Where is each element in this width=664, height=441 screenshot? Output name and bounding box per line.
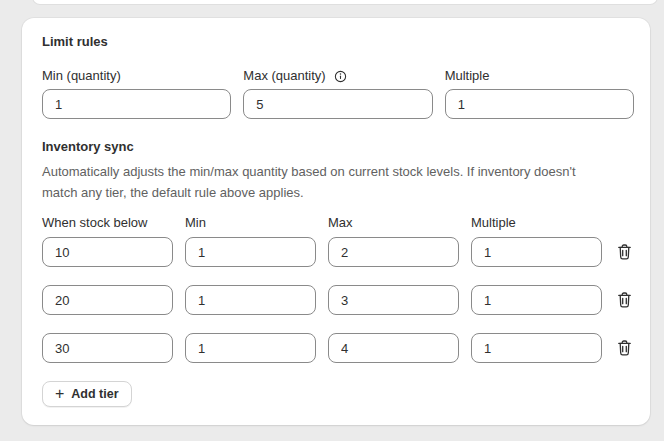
- min-quantity-input[interactable]: [42, 89, 231, 119]
- multiple-input[interactable]: [445, 89, 634, 119]
- column-header-min: Min: [185, 215, 316, 231]
- min-quantity-label: Min (quantity): [42, 68, 231, 84]
- tier-2-stock-below-input[interactable]: [42, 285, 173, 315]
- description-line-1: Automatically adjusts the min/max quanti…: [42, 161, 634, 182]
- tier-3-multiple-input[interactable]: [471, 333, 602, 363]
- max-quantity-input[interactable]: [243, 89, 432, 119]
- trash-icon: [617, 292, 632, 308]
- tier-3-delete-button[interactable]: [614, 334, 634, 362]
- tier-2-max-input[interactable]: [328, 285, 459, 315]
- tier-1-stock-below-input[interactable]: [42, 237, 173, 267]
- limit-rules-title: Limit rules: [42, 34, 634, 50]
- tier-2-min-input[interactable]: [185, 285, 316, 315]
- tier-1-multiple-input[interactable]: [471, 237, 602, 267]
- description-line-2: match any tier, the default rule above a…: [42, 182, 634, 203]
- tier-column-headers: When stock below Min Max Multiple: [42, 215, 634, 231]
- limit-rules-card: Limit rules Min (quantity) Max (quantity…: [22, 18, 650, 425]
- plus-icon: +: [55, 386, 64, 402]
- column-header-multiple: Multiple: [471, 215, 602, 231]
- min-quantity-field: Min (quantity): [42, 68, 231, 119]
- max-quantity-label-text: Max (quantity): [243, 68, 325, 84]
- tier-1-delete-button[interactable]: [614, 238, 634, 266]
- tier-row-2: [42, 285, 634, 315]
- tier-row-1: [42, 237, 634, 267]
- trash-icon: [617, 244, 632, 260]
- previous-card-bottom-edge: [33, 0, 657, 4]
- inventory-sync-title: Inventory sync: [42, 139, 634, 155]
- info-circle-icon[interactable]: [334, 70, 347, 83]
- max-quantity-field: Max (quantity): [243, 68, 432, 119]
- tier-3-stock-below-input[interactable]: [42, 333, 173, 363]
- add-tier-button-label: Add tier: [71, 387, 118, 401]
- trash-icon: [617, 340, 632, 356]
- add-tier-button[interactable]: + Add tier: [42, 381, 132, 407]
- tier-2-multiple-input[interactable]: [471, 285, 602, 315]
- max-quantity-label: Max (quantity): [243, 68, 432, 84]
- multiple-label: Multiple: [445, 68, 634, 84]
- tier-2-delete-button[interactable]: [614, 286, 634, 314]
- column-header-when-stock-below: When stock below: [42, 215, 173, 231]
- tier-1-min-input[interactable]: [185, 237, 316, 267]
- limit-rules-fields: Min (quantity) Max (quantity) Multiple: [42, 68, 634, 119]
- multiple-field: Multiple: [445, 68, 634, 119]
- column-header-max: Max: [328, 215, 459, 231]
- inventory-sync-description: Automatically adjusts the min/max quanti…: [42, 161, 634, 203]
- tier-row-3: [42, 333, 634, 363]
- tier-3-min-input[interactable]: [185, 333, 316, 363]
- tier-1-max-input[interactable]: [328, 237, 459, 267]
- tier-3-max-input[interactable]: [328, 333, 459, 363]
